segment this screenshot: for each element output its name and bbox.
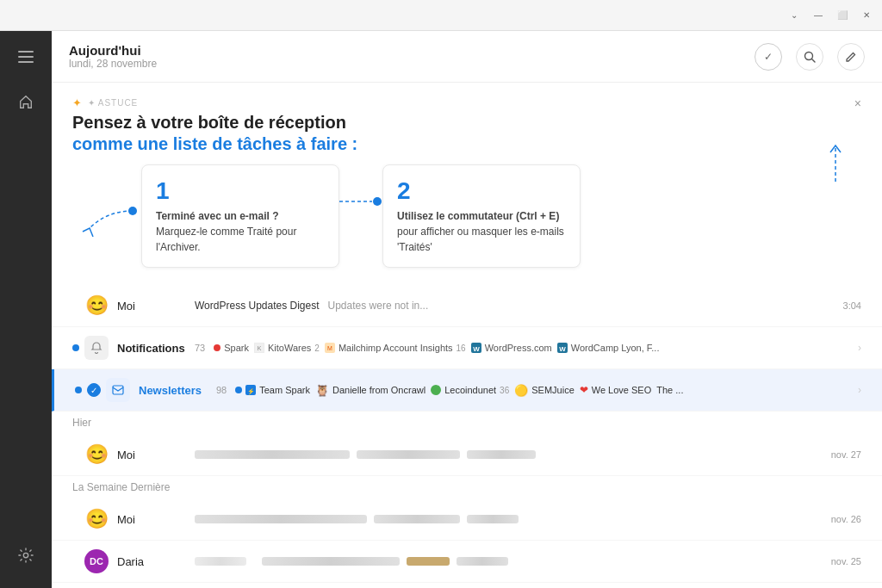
svg-text:K: K — [258, 345, 262, 351]
sender-daria: Daria — [117, 555, 186, 568]
tag-kitowares: K KitoWares 2 — [254, 343, 320, 353]
nov26-tags — [195, 515, 823, 523]
minimize-btn[interactable]: — — [813, 10, 823, 21]
tag-lecoindunet: Lecoindunet 36 — [431, 385, 509, 395]
avatar-nov26: 😊 — [84, 507, 109, 531]
svg-text:⚡: ⚡ — [247, 387, 255, 395]
notification-tags: Spark K KitoWares 2 M Mailchimp Account … — [214, 343, 854, 353]
newsletter-check[interactable]: ✓ — [87, 383, 101, 397]
svg-rect-1 — [18, 56, 34, 58]
tag-mailchimp: M Mailchimp Account Insights 16 — [325, 343, 466, 353]
svg-rect-2 — [18, 61, 34, 63]
svg-line-5 — [812, 59, 816, 62]
tip-title-blue: comme une liste de tâches à faire : — [72, 134, 861, 154]
tag-wordpress: W WordPress.com — [471, 343, 552, 353]
sidebar-settings-icon[interactable] — [10, 540, 41, 571]
avatar-hier-moi: 😊 — [84, 443, 109, 467]
search-button[interactable] — [796, 43, 823, 71]
tag-weloveseo: ❤ We Love SEO — [580, 384, 652, 396]
time-daria: nov. 25 — [823, 556, 861, 566]
chevron-right-icon: › — [858, 342, 861, 354]
email-row-nov26[interactable]: 😊 Moi nov. 26 — [52, 498, 882, 541]
tag-team-spark: ⚡ Team Spark — [235, 385, 310, 395]
sender-nov26: Moi — [117, 513, 186, 526]
edit-button[interactable] — [837, 43, 865, 71]
main-content[interactable]: × ✦ ✦ ASTUCE Pensez à votre boîte de réc… — [52, 83, 882, 588]
svg-text:W: W — [559, 345, 566, 353]
svg-point-6 — [128, 207, 137, 215]
top-bar: Aujourd'hui lundi, 28 novembre ✓ — [52, 31, 882, 83]
svg-text:W: W — [473, 345, 480, 353]
email-sender: Moi — [117, 300, 186, 313]
avatar-moi-today: 😊 — [84, 294, 109, 318]
page-title: Aujourd'hui — [69, 43, 157, 58]
chevron-down-btn[interactable]: ⌄ — [789, 10, 799, 21]
tag-danielle: 🦉 Danielle from Oncrawl — [315, 384, 425, 397]
section-hier: Hier — [52, 412, 882, 434]
email-row-hier-moi[interactable]: 😊 Moi nov. 27 — [52, 434, 882, 476]
svg-rect-18 — [113, 386, 123, 394]
page-subtitle: lundi, 28 novembre — [69, 58, 157, 70]
step2-text: Utilisez le commutateur (Ctrl + E) pour … — [397, 208, 566, 255]
title-bar: ⌄ — ⬜ ✕ — [0, 0, 882, 31]
svg-rect-0 — [18, 51, 34, 53]
sidebar-home-icon[interactable] — [10, 86, 41, 117]
checkmark-button[interactable]: ✓ — [755, 43, 782, 71]
tag-semjuice: 🟡 SEMJuice — [514, 384, 575, 397]
svg-text:M: M — [327, 345, 332, 351]
svg-point-8 — [373, 197, 382, 206]
content-area: Aujourd'hui lundi, 28 novembre ✓ — [52, 31, 882, 588]
email-row-nov25-daria[interactable]: DC Daria nov. 25 — [52, 541, 882, 583]
section-semaine: La Semaine Dernière — [52, 476, 882, 498]
close-btn[interactable]: ✕ — [861, 10, 872, 21]
sidebar — [0, 31, 52, 588]
unread-dot — [72, 344, 79, 351]
email-time: 3:04 — [835, 300, 861, 311]
tip-step-2: 2 Utilisez le commutateur (Ctrl + E) pou… — [382, 164, 581, 268]
hier-tags — [195, 450, 823, 459]
time-hier: nov. 27 — [823, 449, 861, 460]
sender-hier: Moi — [117, 449, 186, 461]
tag-wordcamp: W WordCamp Lyon, F... — [557, 343, 660, 353]
app-layout: Aujourd'hui lundi, 28 novembre ✓ — [0, 31, 882, 588]
time-nov26: nov. 26 — [823, 514, 861, 524]
email-row-newsletters[interactable]: ✓ Newsletters 98 ⚡ Team Spark — [52, 369, 882, 412]
email-row-moi-today[interactable]: 😊 Moi WordPress Updates Digest Updates w… — [52, 285, 882, 327]
tip-title-black: Pensez à votre boîte de réception — [72, 113, 861, 133]
tag-the: The ... — [656, 385, 683, 395]
tip-step-1: 1 Terminé avec un e-mail ? Marquez-le co… — [141, 164, 339, 268]
tip-label: ✦ ✦ ASTUCE — [72, 96, 861, 109]
step2-number: 2 — [397, 177, 566, 205]
chevron-right-icon-newsletters: › — [858, 384, 861, 396]
daria-tags — [262, 557, 823, 566]
maximize-btn[interactable]: ⬜ — [837, 10, 848, 21]
svg-point-3 — [23, 553, 28, 557]
newsletters-label: Newsletters — [139, 384, 208, 397]
top-bar-left: Aujourd'hui lundi, 28 novembre — [69, 43, 157, 70]
tip-close-button[interactable]: × — [854, 96, 861, 110]
avatar-daria: DC — [84, 549, 109, 573]
step1-text: Terminé avec un e-mail ? Marquez-le comm… — [156, 208, 325, 255]
unread-dot-newsletters — [75, 387, 82, 393]
tag-spark: Spark — [214, 343, 249, 353]
tip-banner: × ✦ ✦ ASTUCE Pensez à votre boîte de réc… — [52, 83, 882, 285]
top-bar-actions: ✓ — [755, 43, 865, 71]
step1-number: 1 — [156, 177, 325, 205]
notifications-label: Notifications — [117, 342, 186, 355]
email-row-nov25-moi[interactable]: 😊 Moi nov. 25 — [52, 583, 882, 588]
email-tags: WordPress Updates Digest Updates were no… — [195, 300, 835, 312]
newsletter-tags: ⚡ Team Spark 🦉 Danielle from Oncrawl Lec… — [235, 384, 854, 397]
email-row-notifications[interactable]: Notifications 73 Spark K KitoWares 2 M M… — [52, 327, 882, 369]
sidebar-menu-icon[interactable] — [10, 41, 41, 72]
